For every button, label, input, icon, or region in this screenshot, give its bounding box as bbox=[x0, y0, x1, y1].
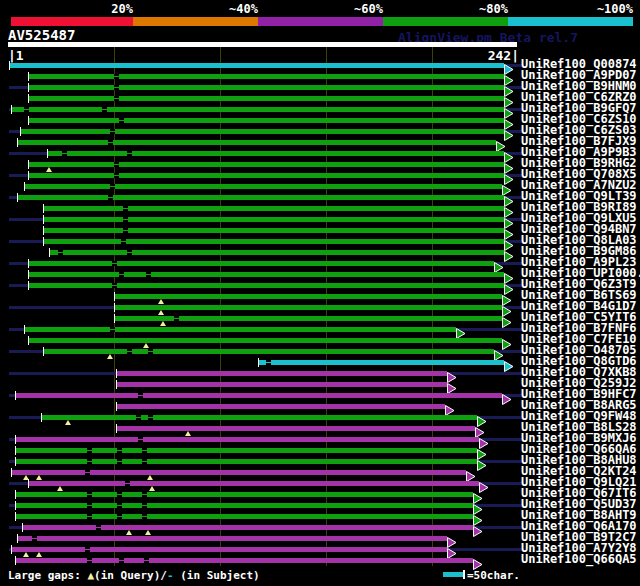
bar-start-tick bbox=[43, 204, 44, 213]
alignment-bar[interactable] bbox=[28, 162, 504, 167]
query-gap-marker bbox=[57, 486, 63, 491]
subject-gap-marker bbox=[121, 239, 126, 244]
subject-gap-dash bbox=[117, 461, 122, 462]
subject-gap-marker bbox=[117, 503, 122, 508]
alignment-bar[interactable] bbox=[116, 371, 447, 376]
bar-arrowhead-icon bbox=[504, 214, 514, 225]
alignment-bar[interactable] bbox=[114, 316, 502, 321]
subject-gap-marker bbox=[87, 448, 92, 453]
query-gap-marker bbox=[143, 343, 149, 348]
subject-gap-dash bbox=[58, 252, 63, 253]
alignment-bar[interactable] bbox=[43, 239, 504, 244]
bar-arrowhead-icon bbox=[504, 82, 514, 93]
alignment-bar[interactable] bbox=[47, 151, 504, 156]
bar-arrowhead-icon bbox=[494, 258, 504, 269]
gap-legend: Large gaps: ▲(in Query)/- (in Subject) bbox=[8, 569, 260, 582]
bar-start-tick bbox=[28, 270, 29, 279]
alignment-bar[interactable] bbox=[24, 184, 502, 189]
alignment-bar[interactable] bbox=[28, 261, 494, 266]
alignment-bar[interactable] bbox=[28, 283, 504, 288]
alignment-bar[interactable] bbox=[28, 74, 504, 79]
alignment-bar[interactable] bbox=[28, 481, 479, 486]
subject-gap-dash bbox=[121, 241, 126, 242]
bar-arrowhead-icon bbox=[477, 456, 487, 467]
bar-arrowhead-icon bbox=[473, 522, 483, 533]
scale-label: ~40% bbox=[188, 2, 258, 16]
bar-arrowhead-icon bbox=[504, 280, 514, 291]
bar-arrowhead-icon bbox=[504, 170, 514, 181]
query-gap-marker bbox=[158, 310, 164, 315]
alignment-bar[interactable] bbox=[15, 492, 473, 497]
alignment-bar[interactable] bbox=[15, 503, 473, 508]
alignment-bar[interactable] bbox=[22, 525, 473, 530]
query-ruler-bar bbox=[8, 42, 517, 47]
subject-gap-marker bbox=[112, 283, 117, 288]
alignment-bar[interactable] bbox=[15, 459, 477, 464]
alignment-bar[interactable] bbox=[15, 514, 473, 519]
bar-arrowhead-icon bbox=[504, 357, 514, 368]
alignment-bar[interactable] bbox=[11, 107, 504, 112]
alignment-bar[interactable] bbox=[24, 327, 456, 332]
subject-gap-dash bbox=[108, 197, 113, 198]
subject-gap-marker bbox=[125, 481, 130, 486]
query-gap-marker bbox=[36, 475, 42, 480]
bar-arrowhead-icon bbox=[502, 181, 512, 192]
bar-start-tick bbox=[116, 402, 117, 411]
alignment-bar[interactable] bbox=[43, 206, 504, 211]
alignment-bar[interactable] bbox=[28, 272, 504, 277]
alignment-bar[interactable] bbox=[17, 140, 496, 145]
alignment-bar[interactable] bbox=[116, 382, 447, 387]
alignment-bar[interactable] bbox=[9, 63, 504, 68]
subject-gap-marker bbox=[102, 107, 107, 112]
subject-gap-dash bbox=[32, 538, 37, 539]
alignment-bar[interactable] bbox=[116, 404, 445, 409]
alignment-bar[interactable] bbox=[114, 294, 502, 299]
alignment-bar[interactable] bbox=[258, 360, 504, 365]
subject-gap-marker bbox=[119, 118, 124, 123]
subject-gap-marker bbox=[119, 272, 124, 277]
query-gap-marker bbox=[107, 354, 113, 359]
alignment-bar[interactable] bbox=[28, 118, 504, 123]
alignment-bar[interactable] bbox=[43, 228, 504, 233]
alignment-bar[interactable] bbox=[43, 217, 504, 222]
alignment-bar[interactable] bbox=[15, 393, 502, 398]
subject-gap-dash bbox=[117, 494, 122, 495]
alignment-bar[interactable] bbox=[11, 547, 447, 552]
gap-legend-query-text: (in Query)/ bbox=[94, 569, 167, 582]
bar-start-tick bbox=[15, 391, 16, 400]
subject-gap-dash bbox=[142, 494, 147, 495]
subject-gap-marker bbox=[114, 173, 119, 178]
alignment-bar[interactable] bbox=[116, 426, 475, 431]
gap-legend-subject-text: (in Subject) bbox=[174, 569, 260, 582]
bar-arrowhead-icon bbox=[479, 478, 489, 489]
subject-gap-marker bbox=[87, 492, 92, 497]
alignment-bar[interactable] bbox=[11, 470, 466, 475]
hit-label[interactable]: UniRef100_Q66QA5 bbox=[521, 554, 637, 565]
subject-gap-marker bbox=[142, 492, 147, 497]
alignment-bar[interactable] bbox=[17, 195, 504, 200]
alignment-bar[interactable] bbox=[15, 558, 473, 563]
bar-arrowhead-icon bbox=[504, 126, 514, 137]
alignment-bar[interactable] bbox=[41, 415, 477, 420]
alignment-bar[interactable] bbox=[28, 173, 504, 178]
alignment-bar[interactable] bbox=[20, 129, 504, 134]
alignment-bar[interactable] bbox=[17, 536, 447, 541]
subject-gap-dash bbox=[114, 76, 119, 77]
alignment-bar[interactable] bbox=[28, 338, 502, 343]
alignment-bar[interactable] bbox=[15, 448, 477, 453]
query-gap-marker bbox=[160, 321, 166, 326]
subject-gap-dash bbox=[117, 450, 122, 451]
bar-start-tick bbox=[28, 72, 29, 81]
scale-label: ~80% bbox=[438, 2, 508, 16]
alignment-bar[interactable] bbox=[114, 305, 502, 310]
subject-gap-dash bbox=[114, 87, 119, 88]
bar-start-tick bbox=[11, 545, 12, 554]
subject-gap-dash bbox=[138, 439, 143, 440]
subject-gap-legend-icon: - bbox=[167, 569, 174, 582]
bar-start-tick bbox=[28, 83, 29, 92]
bar-arrowhead-icon bbox=[504, 60, 514, 71]
alignment-bar[interactable] bbox=[15, 437, 479, 442]
alignment-bar[interactable] bbox=[28, 85, 504, 90]
alignment-bar[interactable] bbox=[49, 250, 504, 255]
alignment-bar[interactable] bbox=[28, 96, 504, 101]
